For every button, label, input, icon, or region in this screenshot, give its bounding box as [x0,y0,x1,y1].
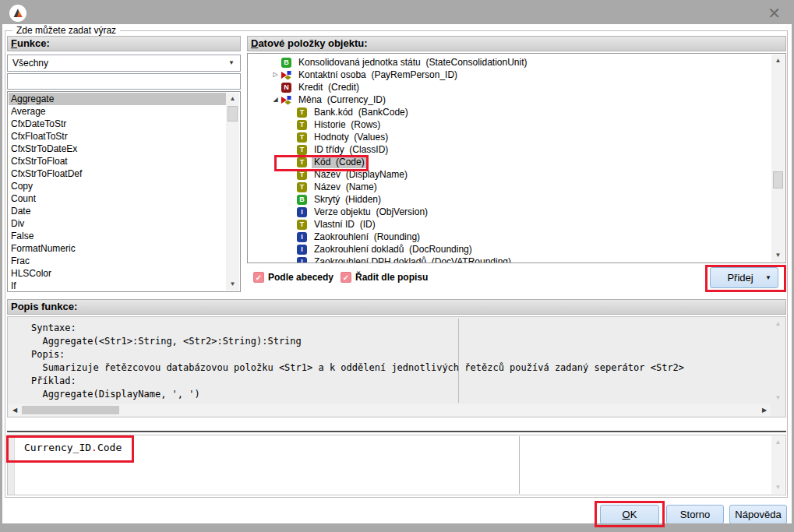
panel-separator [7,431,786,432]
function-list-item[interactable]: False [9,230,226,242]
scrollbar-thumb[interactable] [773,171,783,188]
function-list-item[interactable]: Count [9,192,226,205]
description-vscrollbar[interactable]: ▲ ▼ [771,318,785,416]
tree-item[interactable]: NKredit (Credit) [249,81,771,93]
scrollbar-thumb[interactable] [22,406,119,414]
expand-icon[interactable]: ▷ [270,69,281,81]
scroll-up-icon[interactable]: ▲ [771,318,785,330]
scroll-down-icon[interactable]: ▼ [226,278,239,291]
function-category-dropdown[interactable]: Všechny ▼ [7,55,241,72]
field-type-icon: T [297,170,307,180]
tree-item[interactable]: BSkrytý (Hidden) [249,193,771,206]
tree-item[interactable]: IZaokrouhlení DPH dokladů (DocVATRoundin… [249,255,771,263]
scroll-up-icon[interactable]: ▲ [226,93,239,105]
tree-options-bar: ✓ Podle abecedy ✓ Řadit dle popisu Přide… [247,265,786,291]
tree-item[interactable]: ◢Měna (Currency_ID) [249,93,771,106]
function-list-item[interactable]: CfxStrToFloat [9,155,226,167]
expression-editor-dialog: ✕ Zde můžete zadat výraz Funkce: Všechny… [0,0,794,532]
add-button-label: Přidej [727,272,753,284]
function-list-item[interactable]: HLSColor [9,267,226,280]
function-list-item[interactable]: Div [9,217,226,230]
tree-item[interactable]: TVlastní ID (ID) [249,218,771,231]
function-list-item[interactable]: Aggregate [9,93,226,105]
tree-item-label: Kontaktní osoba (PayRemPerson_ID) [296,69,460,81]
data-items-treebox: BKonsolidovaná jednotka státu (StateCons… [247,53,786,263]
tree-item[interactable]: TBank.kód (BankCode) [249,106,771,118]
checkbox-check-icon: ✓ [341,272,351,283]
tree-item-label: ID třídy (ClassID) [312,143,390,156]
relation-icon [281,70,291,80]
description-hscrollbar[interactable]: ◀ ▶ [9,404,771,416]
scroll-left-icon[interactable]: ◀ [9,404,21,416]
function-filter-input[interactable] [7,73,241,90]
editor-column-divider [519,436,520,494]
checkbox-sort-by-description[interactable]: ✓ Řadit dle popisu [341,272,428,283]
field-type-icon: T [297,182,307,192]
tree-item[interactable]: TKód (Code) [249,156,771,168]
data-items-header: Datové položky objektu: [247,36,786,51]
scroll-down-icon[interactable]: ▼ [771,481,785,494]
checkbox-label: Podle abecedy [268,272,333,283]
help-button[interactable]: Nápověda [729,505,787,524]
close-icon[interactable]: ✕ [768,3,781,23]
function-list-item[interactable]: CfxFloatToStr [9,130,226,143]
tree-item-label: Vlastní ID (ID) [312,218,378,231]
tree-item-label: Kód (Code) [312,156,367,168]
tree-item[interactable]: IVerze objektu (ObjVersion) [249,206,771,218]
function-description-panel: Syntaxe: Aggregate(<Str1>:String, <Str2>… [7,316,786,417]
scrollbar-thumb[interactable] [228,106,238,122]
function-list-item[interactable]: Date [9,205,226,217]
tree-item[interactable]: BKonsolidovaná jednotka státu (StateCons… [249,56,771,69]
tree-item[interactable]: ▷Kontaktní osoba (PayRemPerson_ID) [249,69,771,81]
field-type-icon: I [297,207,307,217]
tree-item[interactable]: THodnoty (Values) [249,131,771,143]
tree-item-label: Konsolidovaná jednotka státu (StateConso… [296,56,530,69]
function-list-item[interactable]: CfxStrToFloatDef [9,167,226,180]
dialog-body: Zde můžete zadat výraz Funkce: Všechny ▼… [2,24,792,530]
tree-item[interactable]: THistorie (Rows) [249,118,771,131]
scroll-up-icon[interactable]: ▲ [771,436,785,449]
tree-item-label: Název (DisplayName) [312,168,410,181]
tree-item[interactable]: TNázev (Name) [249,181,771,193]
tree-item[interactable]: IZaokrouhlení (Rounding) [249,231,771,243]
function-description-text: Syntaxe: Aggregate(<Str1>:String, <Str2>… [31,322,684,401]
checkbox-label: Řadit dle popisu [355,272,428,283]
field-type-icon: B [281,58,291,68]
function-list-item[interactable]: FormatNumeric [9,242,226,255]
expression-input-area[interactable]: Currency_ID.Code ▲ ▼ [7,435,786,495]
expression-vscrollbar[interactable]: ▲ ▼ [771,436,785,494]
scroll-down-icon[interactable]: ▼ [771,392,785,404]
function-list-item[interactable]: CfxStrToDateEx [9,143,226,155]
tree-item-label: Měna (Currency_ID) [296,93,388,106]
tree-item-label: Zaokrouhlení DPH dokladů (DocVATRounding… [312,255,513,263]
function-list: AggregateAverageCfxDateToStrCfxFloatToSt… [9,93,226,291]
scroll-down-icon[interactable]: ▼ [771,249,785,262]
function-list-item[interactable]: If [9,280,226,292]
collapse-icon[interactable]: ◢ [270,93,281,106]
tree-item[interactable]: TID třídy (ClassID) [249,143,771,156]
scroll-right-icon[interactable]: ▶ [758,404,771,416]
function-list-item[interactable]: Average [9,105,226,118]
function-list-item[interactable]: Copy [9,180,226,192]
functions-header: Funkce: [7,36,241,51]
function-list-scrollbar[interactable]: ▲ ▼ [226,93,239,291]
window-bottom-edge [2,523,792,530]
add-button[interactable]: Přidej ▼ [710,267,778,288]
data-items-tree: BKonsolidovaná jednotka státu (StateCons… [249,56,771,263]
function-list-item[interactable]: Frac [9,255,226,267]
tree-item-label: Bank.kód (BankCode) [312,106,411,118]
field-type-icon: I [297,245,307,255]
ok-button[interactable]: OK [600,505,659,524]
tree-scrollbar[interactable]: ▲ ▼ [771,55,785,262]
field-type-icon: T [297,120,307,130]
tree-item-label: Kredit (Credit) [296,81,362,93]
tree-item[interactable]: TNázev (DisplayName) [249,168,771,181]
tree-item[interactable]: IZaokrouhlení dokladů (DocRounding) [249,243,771,255]
function-list-item[interactable]: CfxDateToStr [9,118,226,130]
checkbox-check-icon: ✓ [253,272,264,283]
cancel-button[interactable]: Storno [666,505,724,524]
tree-item-label: Zaokrouhlení (Rounding) [312,231,422,243]
checkbox-alphabetical[interactable]: ✓ Podle abecedy [253,272,333,283]
scroll-up-icon[interactable]: ▲ [771,55,785,67]
tree-item-label: Hodnoty (Values) [312,131,390,143]
